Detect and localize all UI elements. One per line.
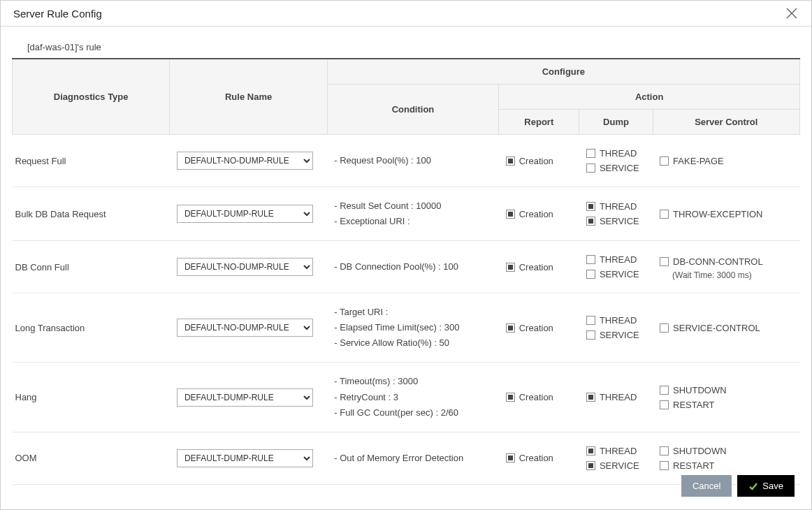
- report-creation-checkbox[interactable]: Creation: [506, 262, 572, 272]
- checkbox-icon: [586, 202, 595, 211]
- th-condition: Condition: [327, 85, 498, 135]
- rule-name-cell: DEFAULT-NO-DUMP-RULEDEFAULT-DUMP-RULE: [170, 293, 327, 363]
- diagnostics-type-cell: Hang: [13, 363, 170, 432]
- table-row: Bulk DB Data RequestDEFAULT-NO-DUMP-RULE…: [13, 187, 800, 241]
- server-control-cell: SHUTDOWNRESTART: [653, 363, 799, 432]
- condition-text: - Target URI : - Elapsed Time Limit(sec)…: [334, 305, 491, 351]
- rule-subtitle: [daf-was-01]'s rule: [12, 27, 800, 59]
- checkbox-icon: [586, 316, 595, 325]
- condition-cell: - Out of Memory Error Detection: [327, 432, 498, 484]
- rule-name-cell: DEFAULT-NO-DUMP-RULEDEFAULT-DUMP-RULE: [170, 363, 327, 432]
- table-row: Long TransactionDEFAULT-NO-DUMP-RULEDEFA…: [13, 293, 800, 363]
- dump-service-checkbox[interactable]: SERVICE: [586, 330, 646, 340]
- report-cell: Creation: [499, 241, 579, 293]
- checkbox-label: RESTART: [673, 460, 714, 471]
- report-creation-checkbox[interactable]: Creation: [506, 156, 572, 166]
- rule-name-select[interactable]: DEFAULT-NO-DUMP-RULEDEFAULT-DUMP-RULE: [177, 205, 313, 223]
- checkbox-label: Creation: [519, 209, 553, 219]
- dump-cell: THREADSERVICE: [579, 293, 653, 363]
- rule-name-cell: DEFAULT-NO-DUMP-RULEDEFAULT-DUMP-RULE: [170, 187, 327, 241]
- rule-name-select[interactable]: DEFAULT-NO-DUMP-RULEDEFAULT-DUMP-RULE: [177, 152, 313, 170]
- dump-service-checkbox[interactable]: SERVICE: [586, 269, 646, 279]
- server-control-checkbox[interactable]: THROW-EXCEPTION: [660, 209, 792, 219]
- rule-name-select[interactable]: DEFAULT-NO-DUMP-RULEDEFAULT-DUMP-RULE: [177, 319, 313, 337]
- checkbox-label: THREAD: [600, 254, 637, 265]
- checkbox-icon: [506, 156, 515, 166]
- condition-cell: - Request Pool(%) : 100: [327, 135, 498, 187]
- cancel-button-label: Cancel: [693, 481, 720, 491]
- close-button[interactable]: [785, 6, 799, 20]
- th-server-control: Server Control: [653, 110, 799, 135]
- dump-thread-checkbox[interactable]: THREAD: [586, 148, 646, 159]
- report-creation-checkbox[interactable]: Creation: [506, 392, 572, 402]
- checkbox-icon: [660, 386, 669, 395]
- save-button[interactable]: Save: [737, 475, 795, 497]
- server-control-checkbox[interactable]: SHUTDOWN: [660, 446, 792, 456]
- checkbox-label: DB-CONN-CONTROL: [673, 256, 763, 267]
- condition-text: - Result Set Count : 10000 - Exceptional…: [334, 198, 491, 229]
- checkbox-icon: [506, 210, 515, 219]
- condition-text: - Out of Memory Error Detection: [334, 451, 491, 466]
- th-action: Action: [499, 85, 800, 110]
- report-creation-checkbox[interactable]: Creation: [506, 209, 572, 219]
- dump-cell: THREADSERVICE: [579, 241, 653, 293]
- th-dump: Dump: [579, 110, 653, 135]
- checkbox-icon: [586, 217, 595, 226]
- rule-name-select[interactable]: DEFAULT-NO-DUMP-RULEDEFAULT-DUMP-RULE: [177, 258, 313, 276]
- checkbox-icon: [660, 323, 669, 333]
- rule-name-cell: DEFAULT-NO-DUMP-RULEDEFAULT-DUMP-RULE: [170, 432, 327, 484]
- checkbox-icon: [586, 461, 595, 470]
- checkbox-icon: [660, 461, 669, 470]
- checkbox-label: FAKE-PAGE: [673, 156, 724, 166]
- checkbox-icon: [660, 446, 669, 456]
- server-control-cell: SERVICE-CONTROL: [653, 293, 799, 363]
- report-cell: Creation: [499, 432, 579, 484]
- report-cell: Creation: [499, 135, 579, 187]
- checkbox-label: SERVICE-CONTROL: [673, 323, 760, 333]
- dump-thread-checkbox[interactable]: THREAD: [586, 201, 646, 212]
- server-control-checkbox[interactable]: FAKE-PAGE: [660, 156, 792, 166]
- server-control-checkbox[interactable]: RESTART: [660, 400, 792, 410]
- report-cell: Creation: [499, 187, 579, 241]
- dump-thread-checkbox[interactable]: THREAD: [586, 446, 646, 456]
- rule-name-select[interactable]: DEFAULT-NO-DUMP-RULEDEFAULT-DUMP-RULE: [177, 388, 313, 407]
- checkbox-icon: [660, 156, 669, 166]
- checkbox-label: THREAD: [600, 201, 637, 212]
- dump-thread-checkbox[interactable]: THREAD: [586, 254, 646, 265]
- report-creation-checkbox[interactable]: Creation: [506, 453, 572, 463]
- dump-cell: THREAD: [579, 363, 653, 432]
- server-control-checkbox[interactable]: RESTART: [660, 460, 792, 471]
- server-control-checkbox[interactable]: DB-CONN-CONTROL: [660, 256, 792, 267]
- th-report: Report: [499, 110, 579, 135]
- checkbox-icon: [586, 255, 595, 264]
- report-creation-checkbox[interactable]: Creation: [506, 323, 572, 333]
- checkbox-label: Creation: [519, 453, 553, 463]
- server-control-subtext: (Wait Time: 3000 ms): [672, 270, 792, 280]
- checkbox-icon: [660, 257, 669, 266]
- dump-service-checkbox[interactable]: SERVICE: [586, 216, 646, 226]
- table-row: HangDEFAULT-NO-DUMP-RULEDEFAULT-DUMP-RUL…: [13, 363, 800, 432]
- dump-service-checkbox[interactable]: SERVICE: [586, 460, 646, 471]
- server-control-checkbox[interactable]: SHUTDOWN: [660, 385, 792, 395]
- th-rule-name: Rule Name: [170, 59, 327, 135]
- dump-thread-checkbox[interactable]: THREAD: [586, 315, 646, 326]
- condition-cell: - DB Connection Pool(%) : 100: [327, 241, 498, 293]
- checkbox-label: SHUTDOWN: [673, 385, 727, 395]
- checkbox-icon: [586, 446, 595, 456]
- dialog-header: Server Rule Config: [1, 1, 811, 27]
- rule-name-select[interactable]: DEFAULT-NO-DUMP-RULEDEFAULT-DUMP-RULE: [177, 449, 313, 467]
- checkbox-label: Creation: [519, 156, 553, 166]
- dump-cell: THREADSERVICE: [579, 135, 653, 187]
- checkbox-icon: [506, 263, 515, 272]
- dump-thread-checkbox[interactable]: THREAD: [586, 392, 646, 402]
- checkbox-label: SHUTDOWN: [673, 446, 727, 456]
- th-diagnostics-type: Diagnostics Type: [13, 59, 170, 135]
- condition-cell: - Timeout(ms) : 3000 - RetryCount : 3 - …: [327, 363, 498, 432]
- dump-service-checkbox[interactable]: SERVICE: [586, 163, 646, 173]
- checkbox-icon: [586, 393, 595, 402]
- rules-table: Diagnostics Type Rule Name Configure Con…: [12, 59, 800, 485]
- cancel-button[interactable]: Cancel: [681, 475, 732, 497]
- diagnostics-type-cell: Long Transaction: [13, 293, 170, 363]
- checkbox-label: SERVICE: [600, 460, 639, 471]
- server-control-checkbox[interactable]: SERVICE-CONTROL: [660, 323, 792, 333]
